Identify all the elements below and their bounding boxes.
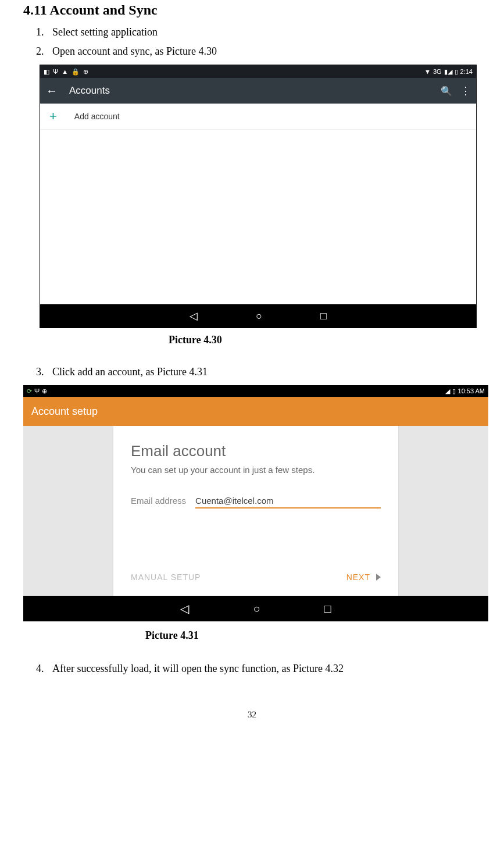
email-card: Email account You can set up your accoun… <box>113 426 398 596</box>
content-area: Email account You can set up your accoun… <box>23 426 488 596</box>
nav-recent-icon[interactable]: □ <box>320 310 327 322</box>
chevron-right-icon <box>376 574 381 581</box>
step-2: Open account and sync, as Picture 4.30 <box>47 45 481 58</box>
android-icon: ⊕ <box>42 387 47 395</box>
signal-icon: ◢ <box>445 387 450 395</box>
email-field-row: Email address Cuenta@itelcel.com <box>131 496 381 508</box>
usb-icon: Ψ <box>34 387 40 394</box>
battery-icon: ▯ <box>455 68 458 76</box>
step-4: After successfully load, it will open th… <box>47 663 481 675</box>
add-account-row[interactable]: + Add account <box>40 104 476 130</box>
add-account-label: Add account <box>74 112 120 121</box>
step-3: Click add an account, as Picture 4.31 <box>47 366 481 378</box>
nav-home-icon[interactable]: ○ <box>253 602 260 616</box>
nav-back-icon[interactable]: ◁ <box>180 602 189 616</box>
card-actions: MANUAL SETUP NEXT <box>131 572 381 582</box>
status-bar: ⟳ Ψ ⊕ ◢ ▯ 10:53 AM <box>23 385 488 397</box>
android-icon: ⊕ <box>83 68 88 76</box>
screenshot-account-setup: ⟳ Ψ ⊕ ◢ ▯ 10:53 AM Account setup Email a… <box>23 385 488 621</box>
nav-bar: ◁ ○ □ <box>23 596 488 621</box>
card-title: Email account <box>131 442 381 460</box>
empty-area <box>40 130 476 304</box>
search-icon[interactable]: 🔍 <box>441 86 452 97</box>
nav-home-icon[interactable]: ○ <box>256 310 262 322</box>
step-1: Select setting application <box>47 26 481 38</box>
appbar-title: Accounts <box>69 85 441 97</box>
next-label: NEXT <box>346 572 370 582</box>
next-button[interactable]: NEXT <box>346 572 381 582</box>
steps-list-2: Click add an account, as Picture 4.31 <box>35 366 481 378</box>
network-label: 3G <box>433 68 442 75</box>
wifi-icon: ▼ <box>424 68 431 75</box>
back-icon[interactable]: ← <box>46 84 58 98</box>
usb-icon: Ψ <box>53 68 58 75</box>
steps-list-3: After successfully load, it will open th… <box>35 663 481 675</box>
screenshot-accounts: ◧ Ψ ▲ 🔒 ⊕ ▼ 3G ▮◢ ▯ 2:14 ← Accounts 🔍 ⋮ … <box>40 65 477 328</box>
card-subtitle: You can set up your account in just a fe… <box>131 465 381 475</box>
section-heading: 4.11 Account and Sync <box>23 2 481 18</box>
caption-431: Picture 4.31 <box>23 630 481 642</box>
app-bar: ← Accounts 🔍 ⋮ <box>40 78 476 104</box>
page-number: 32 <box>23 710 481 720</box>
signal-icon: ▮◢ <box>444 68 452 76</box>
battery-icon: ▯ <box>452 387 456 395</box>
clock: 10:53 AM <box>458 387 485 394</box>
overflow-menu-icon[interactable]: ⋮ <box>460 84 470 97</box>
nav-recent-icon[interactable]: □ <box>324 602 331 616</box>
plus-icon: + <box>49 109 57 124</box>
caption-430: Picture 4.30 <box>23 334 481 346</box>
setup-header: Account setup <box>23 397 488 426</box>
email-input[interactable]: Cuenta@itelcel.com <box>195 496 381 508</box>
sync-icon: ⟳ <box>27 387 32 395</box>
steps-list: Select setting application Open account … <box>35 26 481 58</box>
email-label: Email address <box>131 496 186 506</box>
nav-bar: ◁ ○ □ <box>40 304 476 328</box>
debug-icon: ▲ <box>62 68 68 75</box>
nav-back-icon[interactable]: ◁ <box>190 310 198 322</box>
lock-icon: 🔒 <box>72 68 80 76</box>
clock: 2:14 <box>460 68 473 75</box>
notification-icon: ◧ <box>44 68 49 76</box>
manual-setup-button[interactable]: MANUAL SETUP <box>131 572 201 582</box>
status-bar: ◧ Ψ ▲ 🔒 ⊕ ▼ 3G ▮◢ ▯ 2:14 <box>40 65 476 78</box>
